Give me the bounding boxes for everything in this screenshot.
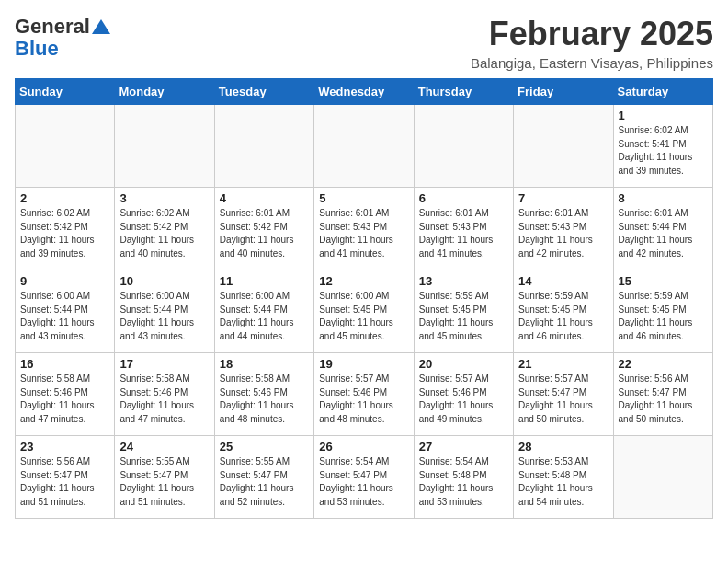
calendar-header-friday: Friday xyxy=(514,79,613,105)
calendar-week-row-4: 16Sunrise: 5:58 AM Sunset: 5:46 PM Dayli… xyxy=(16,353,713,436)
calendar-cell: 21Sunrise: 5:57 AM Sunset: 5:47 PM Dayli… xyxy=(514,353,613,436)
calendar-cell: 12Sunrise: 6:00 AM Sunset: 5:45 PM Dayli… xyxy=(314,270,414,353)
day-info: Sunrise: 5:55 AM Sunset: 5:47 PM Dayligh… xyxy=(220,455,309,509)
page-header: General Blue February 2025 Balangiga, Ea… xyxy=(15,15,713,71)
calendar-cell: 4Sunrise: 6:01 AM Sunset: 5:42 PM Daylig… xyxy=(214,188,313,270)
calendar-cell: 27Sunrise: 5:54 AM Sunset: 5:48 PM Dayli… xyxy=(414,436,513,519)
day-info: Sunrise: 5:57 AM Sunset: 5:46 PM Dayligh… xyxy=(319,373,408,426)
day-info: Sunrise: 6:01 AM Sunset: 5:43 PM Dayligh… xyxy=(518,207,608,260)
calendar-cell: 24Sunrise: 5:55 AM Sunset: 5:47 PM Dayli… xyxy=(115,436,214,519)
calendar-week-row-2: 2Sunrise: 6:02 AM Sunset: 5:42 PM Daylig… xyxy=(16,188,713,270)
calendar-cell: 9Sunrise: 6:00 AM Sunset: 5:44 PM Daylig… xyxy=(16,270,115,353)
calendar-week-row-1: 1Sunrise: 6:02 AM Sunset: 5:41 PM Daylig… xyxy=(16,105,713,188)
calendar-cell: 3Sunrise: 6:02 AM Sunset: 5:42 PM Daylig… xyxy=(115,188,214,270)
day-number: 23 xyxy=(20,440,109,454)
day-number: 7 xyxy=(518,191,608,205)
day-info: Sunrise: 5:53 AM Sunset: 5:48 PM Dayligh… xyxy=(518,455,608,509)
calendar-cell: 14Sunrise: 5:59 AM Sunset: 5:45 PM Dayli… xyxy=(514,270,613,353)
day-number: 18 xyxy=(220,357,309,371)
calendar-cell: 5Sunrise: 6:01 AM Sunset: 5:43 PM Daylig… xyxy=(314,188,414,270)
calendar-table: SundayMondayTuesdayWednesdayThursdayFrid… xyxy=(15,78,713,519)
day-number: 16 xyxy=(20,357,109,371)
day-number: 17 xyxy=(119,357,209,371)
day-info: Sunrise: 6:00 AM Sunset: 5:45 PM Dayligh… xyxy=(319,290,408,343)
day-info: Sunrise: 5:54 AM Sunset: 5:48 PM Dayligh… xyxy=(419,455,508,509)
calendar-cell xyxy=(613,436,712,519)
day-info: Sunrise: 6:00 AM Sunset: 5:44 PM Dayligh… xyxy=(220,290,309,343)
day-number: 24 xyxy=(119,440,209,454)
calendar-header-thursday: Thursday xyxy=(414,79,513,105)
day-info: Sunrise: 5:55 AM Sunset: 5:47 PM Dayligh… xyxy=(119,455,209,509)
calendar-cell: 1Sunrise: 6:02 AM Sunset: 5:41 PM Daylig… xyxy=(613,105,712,188)
day-number: 13 xyxy=(419,274,508,288)
day-info: Sunrise: 6:01 AM Sunset: 5:43 PM Dayligh… xyxy=(319,207,408,260)
calendar-week-row-5: 23Sunrise: 5:56 AM Sunset: 5:47 PM Dayli… xyxy=(16,436,713,519)
calendar-header-monday: Monday xyxy=(115,79,214,105)
day-number: 6 xyxy=(419,191,508,205)
calendar-cell xyxy=(414,105,513,188)
calendar-header-tuesday: Tuesday xyxy=(214,79,313,105)
calendar-cell xyxy=(16,105,115,188)
day-number: 22 xyxy=(619,357,708,371)
day-number: 27 xyxy=(419,440,508,454)
calendar-cell: 10Sunrise: 6:00 AM Sunset: 5:44 PM Dayli… xyxy=(115,270,214,353)
day-info: Sunrise: 5:58 AM Sunset: 5:46 PM Dayligh… xyxy=(220,373,309,426)
day-number: 1 xyxy=(619,109,708,122)
day-info: Sunrise: 6:01 AM Sunset: 5:42 PM Dayligh… xyxy=(220,207,309,260)
day-info: Sunrise: 5:58 AM Sunset: 5:46 PM Dayligh… xyxy=(20,373,109,426)
calendar-cell xyxy=(115,105,214,188)
day-number: 14 xyxy=(518,274,608,288)
calendar-cell: 28Sunrise: 5:53 AM Sunset: 5:48 PM Dayli… xyxy=(514,436,613,519)
day-number: 12 xyxy=(319,274,408,288)
day-info: Sunrise: 5:54 AM Sunset: 5:47 PM Dayligh… xyxy=(319,455,408,509)
calendar-cell: 8Sunrise: 6:01 AM Sunset: 5:44 PM Daylig… xyxy=(613,188,712,270)
day-number: 8 xyxy=(619,191,708,205)
day-number: 5 xyxy=(319,191,408,205)
day-info: Sunrise: 6:00 AM Sunset: 5:44 PM Dayligh… xyxy=(20,290,109,343)
day-number: 19 xyxy=(319,357,408,371)
calendar-cell: 2Sunrise: 6:02 AM Sunset: 5:42 PM Daylig… xyxy=(16,188,115,270)
day-number: 3 xyxy=(119,191,209,205)
calendar-header-row: SundayMondayTuesdayWednesdayThursdayFrid… xyxy=(16,79,713,105)
calendar-cell: 13Sunrise: 5:59 AM Sunset: 5:45 PM Dayli… xyxy=(414,270,513,353)
calendar-cell: 23Sunrise: 5:56 AM Sunset: 5:47 PM Dayli… xyxy=(16,436,115,519)
calendar-header-sunday: Sunday xyxy=(16,79,115,105)
day-number: 26 xyxy=(319,440,408,454)
logo-area: General Blue xyxy=(15,15,112,61)
day-number: 25 xyxy=(220,440,309,454)
calendar-cell: 11Sunrise: 6:00 AM Sunset: 5:44 PM Dayli… xyxy=(214,270,313,353)
calendar-cell: 17Sunrise: 5:58 AM Sunset: 5:46 PM Dayli… xyxy=(115,353,214,436)
day-info: Sunrise: 6:02 AM Sunset: 5:42 PM Dayligh… xyxy=(20,207,109,260)
title-area: February 2025 Balangiga, Eastern Visayas… xyxy=(471,15,713,71)
day-info: Sunrise: 5:59 AM Sunset: 5:45 PM Dayligh… xyxy=(518,290,608,343)
day-number: 10 xyxy=(119,274,209,288)
day-info: Sunrise: 5:56 AM Sunset: 5:47 PM Dayligh… xyxy=(20,455,109,509)
calendar-cell: 25Sunrise: 5:55 AM Sunset: 5:47 PM Dayli… xyxy=(214,436,313,519)
calendar-cell: 22Sunrise: 5:56 AM Sunset: 5:47 PM Dayli… xyxy=(613,353,712,436)
day-number: 15 xyxy=(619,274,708,288)
calendar-cell: 20Sunrise: 5:57 AM Sunset: 5:46 PM Dayli… xyxy=(414,353,513,436)
day-info: Sunrise: 5:59 AM Sunset: 5:45 PM Dayligh… xyxy=(619,290,708,343)
calendar-cell: 15Sunrise: 5:59 AM Sunset: 5:45 PM Dayli… xyxy=(613,270,712,353)
calendar-cell: 6Sunrise: 6:01 AM Sunset: 5:43 PM Daylig… xyxy=(414,188,513,270)
calendar-week-row-3: 9Sunrise: 6:00 AM Sunset: 5:44 PM Daylig… xyxy=(16,270,713,353)
day-info: Sunrise: 5:59 AM Sunset: 5:45 PM Dayligh… xyxy=(419,290,508,343)
day-info: Sunrise: 5:58 AM Sunset: 5:46 PM Dayligh… xyxy=(119,373,209,426)
calendar-cell xyxy=(314,105,414,188)
day-number: 2 xyxy=(20,191,109,205)
day-number: 28 xyxy=(518,440,608,454)
day-info: Sunrise: 6:01 AM Sunset: 5:44 PM Dayligh… xyxy=(619,207,708,260)
day-number: 11 xyxy=(220,274,309,288)
day-number: 20 xyxy=(419,357,508,371)
day-info: Sunrise: 6:02 AM Sunset: 5:41 PM Dayligh… xyxy=(619,124,708,178)
logo-triangle-icon xyxy=(91,17,111,36)
calendar-cell xyxy=(514,105,613,188)
calendar-cell: 16Sunrise: 5:58 AM Sunset: 5:46 PM Dayli… xyxy=(16,353,115,436)
day-info: Sunrise: 6:00 AM Sunset: 5:44 PM Dayligh… xyxy=(119,290,209,343)
calendar-header-wednesday: Wednesday xyxy=(314,79,414,105)
day-info: Sunrise: 5:56 AM Sunset: 5:47 PM Dayligh… xyxy=(619,373,708,426)
calendar-header-saturday: Saturday xyxy=(613,79,712,105)
calendar-cell: 19Sunrise: 5:57 AM Sunset: 5:46 PM Dayli… xyxy=(314,353,414,436)
day-number: 9 xyxy=(20,274,109,288)
month-year-title: February 2025 xyxy=(471,15,713,53)
